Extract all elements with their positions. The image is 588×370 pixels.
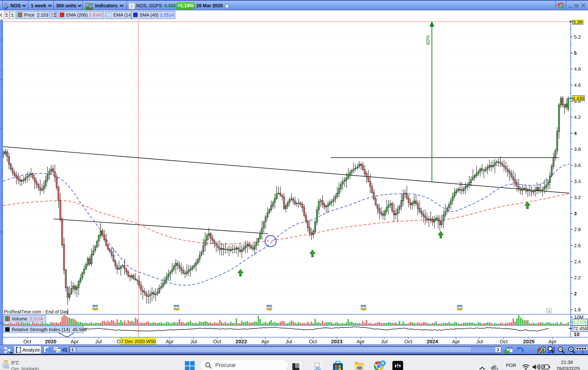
- svg-text:2022: 2022: [236, 339, 247, 345]
- svg-text:R: R: [381, 361, 384, 365]
- svg-text:3.2: 3.2: [574, 195, 581, 200]
- svg-text:Oct: Oct: [500, 339, 508, 345]
- svg-text:2023: 2023: [331, 339, 343, 345]
- svg-text:3.6: 3.6: [574, 163, 581, 168]
- svg-text:4.435: 4.435: [573, 96, 584, 101]
- svg-text:4.2: 4.2: [574, 114, 581, 120]
- svg-text:3: 3: [574, 211, 577, 216]
- svg-text:Oct: Oct: [309, 339, 317, 345]
- svg-text:2: 2: [574, 291, 577, 296]
- svg-text:7 Dec 2020 W50: 7 Dec 2020 W50: [121, 339, 156, 344]
- svg-text:Volume: Volume: [12, 316, 27, 321]
- svg-text:Apr: Apr: [261, 339, 269, 345]
- svg-text:Apr: Apr: [357, 339, 365, 345]
- svg-text:5: 5: [574, 50, 577, 56]
- svg-text:5.2: 5.2: [574, 34, 581, 40]
- svg-text:5.39: 5.39: [573, 19, 582, 24]
- svg-text:2.4: 2.4: [574, 259, 581, 264]
- svg-text:Apr: Apr: [166, 339, 174, 345]
- svg-text:2020: 2020: [45, 339, 57, 345]
- svg-text:10: 10: [574, 331, 579, 337]
- svg-text:2024: 2024: [427, 339, 438, 345]
- svg-text:2025: 2025: [523, 339, 535, 345]
- svg-text:3,516k: 3,516k: [30, 316, 44, 321]
- svg-text:72.458: 72.458: [573, 326, 588, 331]
- svg-text:3,210k: 3,210k: [572, 319, 587, 325]
- svg-text:2.8: 2.8: [574, 227, 581, 232]
- svg-text:Jul: Jul: [286, 339, 292, 345]
- svg-text:4: 4: [574, 131, 577, 136]
- svg-text:2.2: 2.2: [574, 275, 581, 280]
- svg-text:Oct: Oct: [404, 339, 412, 345]
- svg-text:2.6: 2.6: [574, 243, 581, 248]
- svg-text:ProRealTime.com - End of Day: ProRealTime.com - End of Day: [4, 309, 68, 314]
- svg-text:Oct: Oct: [213, 339, 221, 345]
- svg-text:Apr: Apr: [452, 339, 460, 345]
- svg-text:1.8: 1.8: [574, 307, 581, 312]
- svg-text:Apr: Apr: [71, 339, 79, 345]
- svg-text:4.6: 4.6: [574, 82, 581, 88]
- svg-text:3.4: 3.4: [574, 179, 581, 184]
- svg-text:Relative Strength Index (14): Relative Strength Index (14) 45.568: [12, 327, 87, 332]
- svg-text:Oct: Oct: [23, 339, 31, 345]
- svg-text:Jul: Jul: [476, 339, 483, 345]
- svg-text:i: i: [548, 309, 549, 313]
- svg-text:3.8: 3.8: [574, 146, 581, 152]
- svg-text:Apr: Apr: [548, 339, 556, 345]
- svg-text:Jul: Jul: [381, 339, 388, 345]
- svg-text:60%: 60%: [425, 35, 430, 45]
- svg-text:4.8: 4.8: [574, 66, 581, 72]
- svg-text:Jul: Jul: [190, 339, 197, 345]
- svg-text:Jul: Jul: [95, 339, 102, 345]
